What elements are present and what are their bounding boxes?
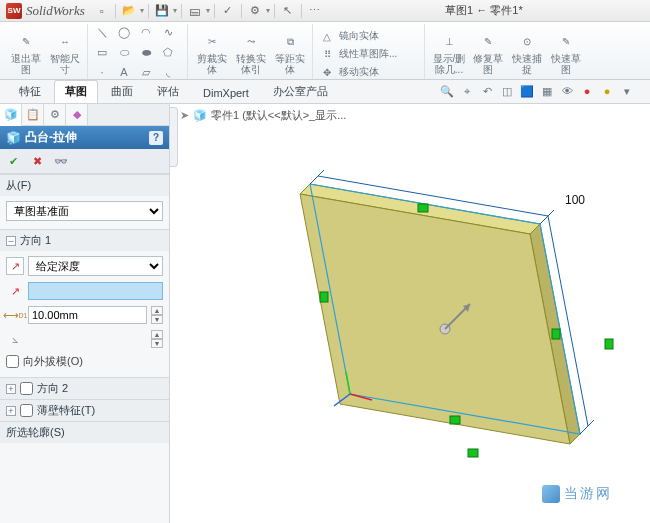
draft-icon[interactable]: ⦣: [6, 330, 24, 348]
tab-evaluate[interactable]: 评估: [146, 80, 190, 103]
open-icon[interactable]: 📂: [120, 2, 138, 20]
mirror-icon[interactable]: △: [319, 28, 335, 44]
circle-icon[interactable]: ◯: [116, 24, 132, 40]
relation-icon[interactable]: [605, 339, 613, 349]
section-thin-header[interactable]: +薄壁特征(T): [0, 400, 169, 421]
tab-features[interactable]: 特征: [8, 80, 52, 103]
tab-sketch[interactable]: 草图: [54, 80, 98, 103]
section-icon[interactable]: ◫: [498, 82, 516, 100]
line-icon[interactable]: ＼: [94, 24, 110, 40]
zoom-fit-icon[interactable]: 🔍: [438, 82, 456, 100]
new-icon[interactable]: ▫: [93, 2, 111, 20]
direction-icon[interactable]: ↗: [6, 282, 24, 300]
relation-icon[interactable]: [418, 204, 428, 212]
section-dir2-header[interactable]: +方向 2: [0, 378, 169, 399]
dir2-enable-checkbox[interactable]: [20, 382, 33, 395]
svg-text:100: 100: [565, 193, 585, 207]
smart-dimension-button[interactable]: ↔ 智能尺 寸: [47, 28, 83, 75]
from-select[interactable]: 草图基准面: [6, 201, 163, 221]
direction-input[interactable]: [28, 282, 163, 300]
polygon-icon[interactable]: ⬠: [160, 44, 176, 60]
logo-cube-icon: SW: [6, 3, 22, 19]
tab-office[interactable]: 办公室产品: [262, 80, 339, 103]
slot-icon[interactable]: ⬬: [138, 44, 154, 60]
model-canvas[interactable]: 100: [170, 104, 650, 523]
extrude-icon: 🧊: [6, 131, 21, 145]
ribbon-label: 快速捕 捉: [512, 53, 542, 75]
relation-icon[interactable]: [450, 416, 460, 424]
feature-title-bar: 🧊凸台-拉伸 ?: [0, 126, 169, 149]
ribbon-label: 等距实 体: [275, 53, 305, 75]
pattern-icon[interactable]: ⠿: [319, 46, 335, 62]
options-icon[interactable]: ⚙: [246, 2, 264, 20]
hide-show-icon[interactable]: 👁: [558, 82, 576, 100]
relation-icon[interactable]: [468, 449, 478, 457]
section-thin: +薄壁特征(T): [0, 399, 169, 421]
section-label: 从(F): [6, 178, 31, 193]
convert-button[interactable]: ⤳转换实 体引: [233, 28, 269, 75]
arc-icon[interactable]: ◠: [138, 24, 154, 40]
tab-dimxpert[interactable]: DimXpert: [192, 83, 260, 103]
print-icon[interactable]: 🖴: [186, 2, 204, 20]
display-tab[interactable]: ◆: [66, 104, 88, 125]
relation-icon[interactable]: [552, 329, 560, 339]
feature-tree-tab[interactable]: 🧊: [0, 104, 22, 126]
spinner-down-icon[interactable]: ▼: [151, 315, 163, 324]
repair-sketch-button[interactable]: ✎修复草 图: [470, 28, 506, 75]
rebuild-icon[interactable]: ✓: [219, 2, 237, 20]
settings-icon[interactable]: ▾: [618, 82, 636, 100]
thin-enable-checkbox[interactable]: [20, 404, 33, 417]
tab-surface[interactable]: 曲面: [100, 80, 144, 103]
move-icon[interactable]: ✥: [319, 64, 335, 80]
select-icon[interactable]: ↖: [279, 2, 297, 20]
display-style-icon[interactable]: ▦: [538, 82, 556, 100]
cancel-button[interactable]: ✖: [28, 152, 46, 170]
plane-icon[interactable]: ▱: [138, 64, 154, 80]
save-icon[interactable]: 💾: [153, 2, 171, 20]
offset-icon: ⧉: [279, 30, 301, 52]
prev-view-icon[interactable]: ↶: [478, 82, 496, 100]
preview-button[interactable]: 👓: [52, 152, 70, 170]
collapse-icon: –: [6, 236, 16, 246]
config-tab[interactable]: ⚙: [44, 104, 66, 125]
rapid-sketch-button[interactable]: ✎快速草 图: [548, 28, 584, 75]
more-icon[interactable]: ⋯: [306, 2, 324, 20]
zoom-area-icon[interactable]: ⌖: [458, 82, 476, 100]
fillet-icon[interactable]: ◟: [160, 64, 176, 80]
exit-sketch-button[interactable]: ✎ 退出草 图: [8, 28, 44, 75]
text-icon[interactable]: A: [116, 64, 132, 80]
offset-button[interactable]: ⧉等距实 体: [272, 28, 308, 75]
depth-input[interactable]: [28, 306, 147, 324]
draft-outward-checkbox[interactable]: 向外拔模(O): [6, 354, 163, 369]
viewport[interactable]: ➤ 🧊 零件1 (默认<<默认>_显示...: [170, 104, 650, 523]
section-contours-header[interactable]: 所选轮廓(S): [0, 422, 169, 443]
trim-icon: ✂: [201, 30, 223, 52]
section-direction2: +方向 2: [0, 377, 169, 399]
rect-icon[interactable]: ▭: [94, 44, 110, 60]
section-dir1-header[interactable]: –方向 1: [0, 230, 169, 251]
help-button[interactable]: ?: [149, 131, 163, 145]
section-from: 从(F) 草图基准面: [0, 174, 169, 229]
show-delete-button[interactable]: ⊥显示/删 除几...: [431, 28, 467, 75]
section-label: 所选轮廓(S): [6, 425, 65, 440]
spinner-up-icon[interactable]: ▲: [151, 330, 163, 339]
reverse-direction-icon[interactable]: ↗: [6, 257, 24, 275]
appearance-icon[interactable]: ●: [578, 82, 596, 100]
relation-icon[interactable]: [320, 292, 328, 302]
view-orient-icon[interactable]: 🟦: [518, 82, 536, 100]
end-condition-select[interactable]: 给定深度: [28, 256, 163, 276]
point-icon[interactable]: ·: [94, 64, 110, 80]
depth-icon[interactable]: ⟷D1: [6, 306, 24, 324]
spinner-down-icon[interactable]: ▼: [151, 339, 163, 348]
spinner-up-icon[interactable]: ▲: [151, 306, 163, 315]
property-tab[interactable]: 📋: [22, 104, 44, 125]
scene-icon[interactable]: ●: [598, 82, 616, 100]
repair-icon: ✎: [477, 30, 499, 52]
ribbon: ✎ 退出草 图 ↔ 智能尺 寸 ＼ ◯ ◠ ∿ ▭ ⬭ ⬬ ⬠ · A ▱ ◟ …: [0, 22, 650, 80]
trim-button[interactable]: ✂剪裁实 体: [194, 28, 230, 75]
section-from-header[interactable]: 从(F): [0, 175, 169, 196]
ok-button[interactable]: ✔: [4, 152, 22, 170]
spline-icon[interactable]: ∿: [160, 24, 176, 40]
quick-snap-button[interactable]: ⊙快速捕 捉: [509, 28, 545, 75]
ellipse-icon[interactable]: ⬭: [116, 44, 132, 60]
